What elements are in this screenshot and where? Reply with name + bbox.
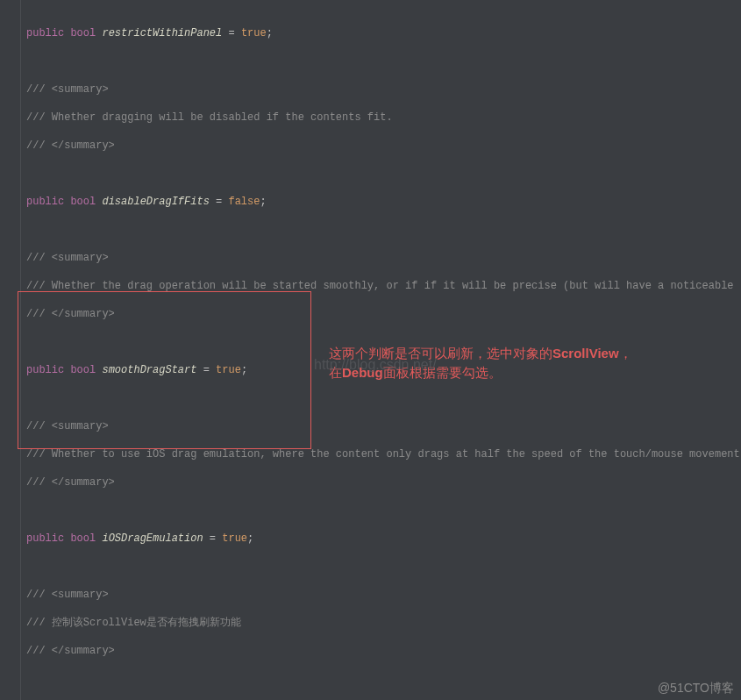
comment: /// Whether dragging will be disabled if… (26, 111, 741, 125)
comment: /// </summary> (26, 475, 741, 489)
comment: /// <summary> (26, 419, 741, 433)
comment: /// </summary> (26, 139, 741, 153)
comment: /// 控制该ScrollView是否有拖拽刷新功能 (26, 616, 741, 630)
code-line: public bool disableDragIfFits = false; (26, 195, 741, 209)
code-line: public bool restrictWithinPanel = true; (26, 26, 741, 40)
comment: /// <summary> (26, 588, 741, 602)
comment: /// Whether the drag operation will be s… (26, 279, 741, 293)
comment: /// </summary> (26, 644, 741, 658)
comment: /// <summary> (26, 82, 741, 96)
comment: /// Whether to use iOS drag emulation, w… (26, 447, 741, 461)
code-line: public bool iOSDragEmulation = true; (26, 532, 741, 546)
source-attribution: @51CTO博客 (658, 681, 734, 695)
comment: /// </summary> (26, 307, 741, 321)
watermark: http://blog.csdn.net/ (314, 358, 437, 372)
comment: /// <summary> (26, 251, 741, 265)
